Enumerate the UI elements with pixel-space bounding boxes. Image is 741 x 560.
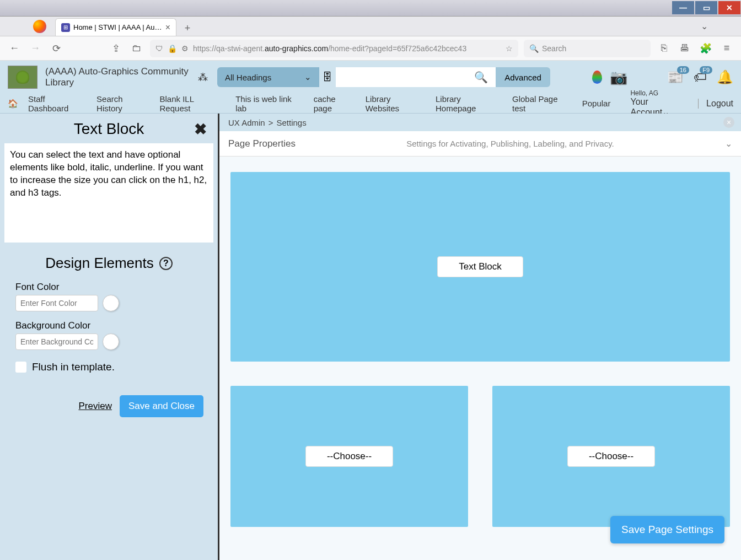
address-bar[interactable]: 🛡 🔒 ⚙ https://qa-stwi-agent.auto-graphic… (150, 40, 518, 57)
font-color-input[interactable] (15, 295, 98, 311)
logout-link[interactable]: Logout (698, 99, 733, 109)
library-logo[interactable] (8, 66, 37, 89)
browser-search-box[interactable]: 🔍 Search (524, 40, 651, 57)
url-text: https://qa-stwi-agent.auto-graphics.com/… (193, 44, 501, 53)
translate-icon[interactable]: ⁂ (196, 71, 210, 84)
headings-dropdown[interactable]: All Headings ⌄ (217, 67, 319, 87)
design-elements-header: Design Elements ? (4, 255, 213, 272)
sidebar-panel: Text Block ✖ You can select the text and… (0, 114, 219, 560)
balloon-icon[interactable] (592, 71, 602, 84)
layout-canvas: Text Block --Choose-- --Choose-- (219, 157, 741, 560)
app-header: (AAAA) Auto-Graphics Community Library ⁂… (0, 61, 741, 94)
nav-link[interactable]: cache page (314, 94, 356, 113)
advanced-search-button[interactable]: Advanced (496, 67, 550, 87)
nav-link[interactable]: Staff Dashboard (28, 94, 87, 113)
content-area: UX Admin > Settings × Page Properties Se… (219, 114, 741, 560)
help-icon[interactable]: ? (159, 257, 173, 270)
extensions-icon[interactable]: 🧩 (698, 41, 713, 56)
font-color-label: Font Color (15, 282, 202, 293)
nav-link[interactable]: Blank ILL Request (160, 94, 226, 113)
page-properties-bar[interactable]: Page Properties Settings for Activating,… (219, 131, 741, 157)
nav-link[interactable]: Global Page test (512, 94, 572, 113)
container-icon[interactable]: 🗀 (129, 41, 144, 56)
back-button[interactable]: ← (7, 41, 22, 56)
tab-close-icon[interactable]: × (165, 23, 170, 33)
nav-link[interactable]: This is web link lab (235, 94, 303, 113)
save-page-settings-button[interactable]: Save Page Settings (610, 516, 724, 543)
window-close-button[interactable]: ✕ (718, 1, 740, 14)
layout-block-full[interactable]: Text Block (230, 172, 730, 362)
notifications-icon[interactable]: 🔔 (717, 69, 733, 85)
tab-favicon-icon: ⊞ (61, 23, 70, 32)
new-tab-button[interactable]: + (180, 20, 195, 36)
flush-checkbox[interactable] (15, 362, 26, 373)
pocket-icon[interactable]: ⎘ (656, 41, 672, 56)
shield-icon: 🛡 (155, 44, 163, 53)
favorites-badge: F9 (700, 66, 712, 74)
search-submit-icon[interactable]: 🔍 (471, 71, 491, 84)
page-properties-title: Page Properties (228, 138, 296, 149)
layout-block-half-left[interactable]: --Choose-- (230, 386, 468, 527)
lock-icon: 🔒 (168, 44, 177, 53)
main-search-field[interactable]: 🔍 (336, 67, 496, 87)
main-search-input[interactable] (340, 73, 471, 82)
headings-dropdown-label: All Headings (225, 73, 271, 82)
layout-block-half-right[interactable]: --Choose-- (492, 386, 730, 527)
search-placeholder: Search (542, 44, 566, 53)
nav-link[interactable]: Search History (96, 94, 149, 113)
breadcrumb-item[interactable]: Settings (276, 118, 306, 127)
save-and-close-button[interactable]: Save and Close (120, 395, 203, 417)
window-maximize-button[interactable]: ▭ (695, 1, 717, 14)
bg-color-label: Background Color (15, 320, 202, 331)
browser-tab-bar: ⊞ Home | STWI | AAAA | Auto-Gr × + ⌄ (0, 17, 741, 36)
block-type-selector[interactable]: --Choose-- (305, 446, 393, 467)
window-titlebar: — ▭ ✕ (0, 0, 741, 17)
nav-bar: 🏠 Staff Dashboard Search History Blank I… (0, 94, 741, 114)
database-icon[interactable]: 🗄 (319, 67, 336, 87)
browser-tab[interactable]: ⊞ Home | STWI | AAAA | Auto-Gr × (55, 18, 176, 36)
print-icon[interactable]: 🖶 (677, 41, 692, 56)
chevron-down-icon[interactable]: ⌄ (725, 138, 732, 149)
search-icon: 🔍 (529, 44, 539, 53)
tabs-dropdown-icon[interactable]: ⌄ (701, 21, 708, 31)
bookmark-star-icon[interactable]: ☆ (506, 44, 513, 53)
block-type-selector[interactable]: --Choose-- (567, 446, 655, 467)
chevron-down-icon: ⌄ (304, 72, 312, 82)
preview-link[interactable]: Preview (79, 401, 112, 412)
breadcrumb-item[interactable]: UX Admin (228, 118, 265, 127)
block-type-selector[interactable]: Text Block (437, 256, 523, 277)
breadcrumb: UX Admin > Settings × (219, 114, 741, 131)
bg-color-input[interactable] (15, 333, 98, 350)
permissions-icon: ⚙ (181, 44, 189, 53)
favorites-icon[interactable]: 🏷F9 (694, 69, 707, 85)
sidebar-close-icon[interactable]: ✖ (194, 120, 207, 138)
panel-close-icon[interactable]: × (723, 117, 734, 128)
flush-label: Flush in template. (32, 361, 115, 373)
news-icon[interactable]: 📰16 (667, 69, 684, 85)
nav-link[interactable]: Library Websites (366, 94, 426, 113)
help-text[interactable]: You can select the text and have optiona… (4, 143, 213, 243)
page-properties-subtitle: Settings for Activating, Publishing, Lab… (296, 139, 725, 148)
forward-button[interactable]: → (28, 41, 43, 56)
library-name: (AAAA) Auto-Graphics Community Library (45, 66, 189, 89)
window-minimize-button[interactable]: — (672, 1, 694, 14)
tab-title: Home | STWI | AAAA | Auto-Gr (73, 23, 162, 31)
nav-link[interactable]: Library Homepage (436, 94, 502, 113)
reload-button[interactable]: ⟳ (49, 41, 64, 56)
camera-icon[interactable]: 📷 (612, 71, 625, 84)
greeting-text: Hello, AG (630, 89, 688, 97)
nav-link[interactable]: Popular (582, 99, 611, 108)
news-badge: 16 (677, 66, 689, 74)
firefox-logo-icon (33, 20, 46, 33)
browser-toolbar: ← → ⟳ ⇪ 🗀 🛡 🔒 ⚙ https://qa-stwi-agent.au… (0, 36, 741, 61)
sidebar-title: Text Block (74, 120, 144, 138)
menu-icon[interactable]: ≡ (719, 41, 734, 56)
font-color-swatch[interactable] (103, 295, 119, 311)
screenshot-icon[interactable]: ⇪ (108, 41, 124, 56)
bg-color-swatch[interactable] (103, 333, 119, 350)
home-icon[interactable]: 🏠 (8, 99, 18, 109)
